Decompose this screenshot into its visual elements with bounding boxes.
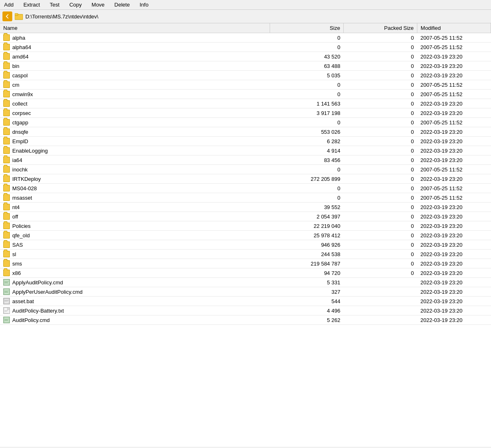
table-row[interactable]: cmwin9x002007-05-25 11:52 xyxy=(0,90,491,99)
file-modified: 2007-05-25 11:52 xyxy=(417,184,491,193)
toolbar-add[interactable]: Add xyxy=(2,1,15,9)
toolbar-delete[interactable]: Delete xyxy=(113,1,132,9)
folder-icon xyxy=(3,147,10,154)
table-row[interactable]: nt439 55202022-03-19 23:20 xyxy=(0,203,491,212)
table-row[interactable]: qfe_old25 978 41202022-03-19 23:20 xyxy=(0,231,491,240)
file-size: 4 496 xyxy=(270,306,344,315)
table-row[interactable]: AuditPolicy.cmd5 2622022-03-19 23:20 xyxy=(0,315,491,325)
file-name-label: Policies xyxy=(12,223,31,229)
table-row[interactable]: AuditPolicy-Battery.txt4 4962022-03-19 2… xyxy=(0,306,491,315)
file-modified: 2007-05-25 11:52 xyxy=(417,90,491,99)
toolbar-info[interactable]: Info xyxy=(138,1,150,9)
col-modified[interactable]: Modified xyxy=(417,23,491,33)
table-row[interactable]: EnableLogging4 91402022-03-19 23:20 xyxy=(0,146,491,155)
table-row[interactable]: msasset002007-05-25 11:52 xyxy=(0,193,491,203)
file-modified: 2007-05-25 11:52 xyxy=(417,33,491,43)
file-name-cell: qfe_old xyxy=(0,231,270,240)
table-row[interactable]: alpha64002007-05-25 11:52 xyxy=(0,43,491,52)
folder-icon xyxy=(3,241,10,248)
file-packed-size: 0 xyxy=(344,231,417,240)
table-row[interactable]: sl244 53802022-03-19 23:20 xyxy=(0,250,491,259)
toolbar-extract[interactable]: Extract xyxy=(22,1,41,9)
table-row[interactable]: IRTKDeploy272 205 89902022-03-19 23:20 xyxy=(0,174,491,184)
table-row[interactable]: amd6443 52002022-03-19 23:20 xyxy=(0,52,491,61)
col-packed-size[interactable]: Packed Size xyxy=(344,23,417,33)
toolbar-test[interactable]: Test xyxy=(48,1,61,9)
file-name-label: EnableLogging xyxy=(12,148,48,154)
file-name-cell: corpsec xyxy=(0,108,270,118)
table-row[interactable]: alpha002007-05-25 11:52 xyxy=(0,33,491,43)
file-modified: 2022-03-19 23:20 xyxy=(417,174,491,184)
file-name-label: off xyxy=(12,214,18,220)
table-row[interactable]: sms219 584 78702022-03-19 23:20 xyxy=(0,259,491,268)
toolbar-move[interactable]: Move xyxy=(90,1,106,9)
file-modified: 2022-03-19 23:20 xyxy=(417,315,491,325)
file-packed-size: 0 xyxy=(344,61,417,71)
file-packed-size: 0 xyxy=(344,146,417,155)
table-row[interactable]: bin63 48802022-03-19 23:20 xyxy=(0,61,491,71)
table-row[interactable]: ia6483 45602022-03-19 23:20 xyxy=(0,155,491,165)
col-size[interactable]: Size xyxy=(270,23,344,33)
table-row[interactable]: asset.bat5442022-03-19 23:20 xyxy=(0,297,491,306)
file-name-cell: dnsqfe xyxy=(0,127,270,137)
table-row[interactable]: dnsqfe553 02602022-03-19 23:20 xyxy=(0,127,491,137)
table-row[interactable]: inochk002007-05-25 11:52 xyxy=(0,165,491,174)
table-row[interactable]: x8694 72002022-03-19 23:20 xyxy=(0,268,491,278)
file-name-label: AuditPolicy.cmd xyxy=(12,317,50,323)
file-size: 946 926 xyxy=(270,240,344,250)
folder-icon xyxy=(3,213,10,220)
file-size: 39 552 xyxy=(270,203,344,212)
table-row[interactable]: Policies22 219 04002022-03-19 23:20 xyxy=(0,221,491,231)
file-name-label: dnsqfe xyxy=(12,129,28,135)
file-name-label: ctgapp xyxy=(12,119,28,126)
file-modified: 2022-03-19 23:20 xyxy=(417,268,491,278)
cmd-file-icon xyxy=(3,317,10,323)
back-button[interactable] xyxy=(2,11,12,21)
file-modified: 2022-03-19 23:20 xyxy=(417,203,491,212)
file-size: 0 xyxy=(270,118,344,127)
folder-icon xyxy=(3,166,10,173)
table-row[interactable]: ApplyPerUserAuditPolicy.cmd3272022-03-19… xyxy=(0,287,491,297)
file-list-container[interactable]: Name Size Packed Size Modified alpha0020… xyxy=(0,23,491,447)
file-name-cell: cmwin9x xyxy=(0,90,270,99)
file-modified: 2007-05-25 11:52 xyxy=(417,43,491,52)
file-modified: 2022-03-19 23:20 xyxy=(417,52,491,61)
file-size: 0 xyxy=(270,33,344,43)
file-size: 553 026 xyxy=(270,127,344,137)
table-row[interactable]: SAS946 92602022-03-19 23:20 xyxy=(0,240,491,250)
table-row[interactable]: corpsec3 917 19802022-03-19 23:20 xyxy=(0,108,491,118)
table-row[interactable]: off2 054 39702022-03-19 23:20 xyxy=(0,212,491,221)
file-modified: 2022-03-19 23:20 xyxy=(417,146,491,155)
file-packed-size: 0 xyxy=(344,118,417,127)
toolbar-copy[interactable]: Copy xyxy=(68,1,83,9)
table-row[interactable]: ctgapp002007-05-25 11:52 xyxy=(0,118,491,127)
file-size: 0 xyxy=(270,184,344,193)
file-name-label: sms xyxy=(12,261,22,267)
file-size: 0 xyxy=(270,193,344,203)
folder-icon xyxy=(3,260,10,267)
table-row[interactable]: MS04-028002007-05-25 11:52 xyxy=(0,184,491,193)
file-name-label: ia64 xyxy=(12,157,23,163)
file-modified: 2022-03-19 23:20 xyxy=(417,61,491,71)
file-name-cell: EnableLogging xyxy=(0,146,270,155)
file-packed-size: 0 xyxy=(344,193,417,203)
file-packed-size: 0 xyxy=(344,259,417,268)
file-size: 327 xyxy=(270,287,344,297)
col-name[interactable]: Name xyxy=(0,23,270,33)
folder-icon xyxy=(15,12,23,20)
table-row[interactable]: collect1 141 56302022-03-19 23:20 xyxy=(0,99,491,108)
file-modified: 2022-03-19 23:20 xyxy=(417,306,491,315)
column-headers: Name Size Packed Size Modified xyxy=(0,23,491,33)
file-packed-size: 0 xyxy=(344,80,417,90)
file-size: 43 520 xyxy=(270,52,344,61)
file-modified: 2022-03-19 23:20 xyxy=(417,137,491,146)
table-row[interactable]: cm002007-05-25 11:52 xyxy=(0,80,491,90)
table-row[interactable]: caspol5 03502022-03-19 23:20 xyxy=(0,71,491,80)
txt-file-icon xyxy=(3,307,10,314)
file-packed-size xyxy=(344,315,417,325)
table-row[interactable]: EmplD6 28202022-03-19 23:20 xyxy=(0,137,491,146)
toolbar: Add Extract Test Copy Move Delete Info xyxy=(0,0,491,10)
file-size: 3 917 198 xyxy=(270,108,344,118)
table-row[interactable]: ApplyAuditPolicy.cmd5 3312022-03-19 23:2… xyxy=(0,278,491,287)
folder-icon xyxy=(3,119,10,126)
